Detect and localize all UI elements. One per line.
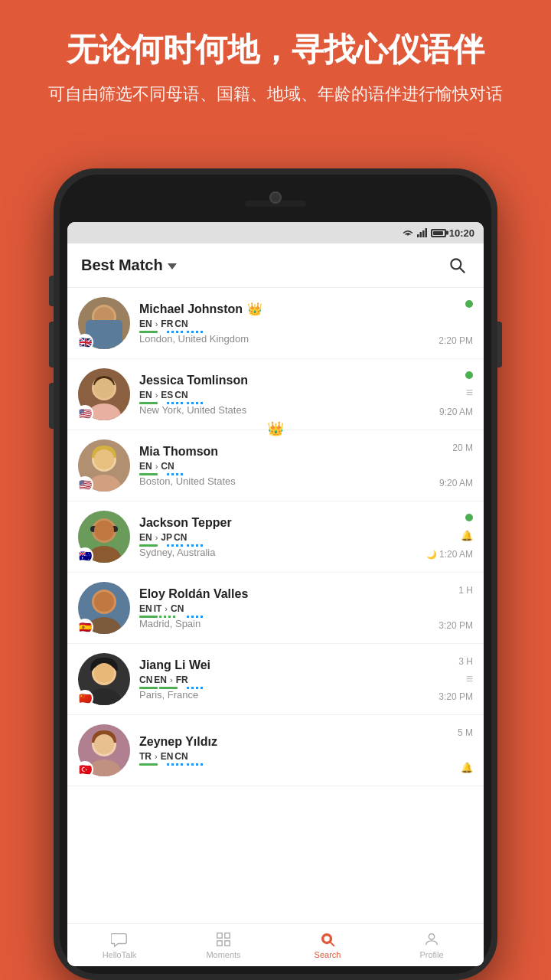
user-time: 3:20 PM (439, 620, 473, 631)
nav-item-profile[interactable]: Profile (380, 924, 484, 966)
lang-group: EN›JPCN (139, 532, 426, 547)
lang-label: EN (139, 390, 152, 400)
time-ago: 3 H (458, 656, 473, 667)
profile-icon (423, 931, 440, 948)
lang-labels: EN›CN (139, 461, 174, 472)
svg-rect-3 (425, 228, 427, 237)
user-info: Mia Thomson EN›CN Boston, United States (139, 445, 439, 487)
camera-lens (269, 191, 282, 204)
flag-badge: 🇪🇸 (77, 619, 93, 635)
user-time: 9:20 AM (439, 478, 473, 488)
svg-rect-1 (419, 232, 422, 237)
user-name-row: Jessica Tomlinson (139, 374, 439, 387)
lang-arrow: › (155, 462, 158, 471)
svg-line-43 (331, 942, 334, 946)
svg-point-18 (94, 449, 114, 469)
nav-label: HelloTalk (103, 950, 137, 959)
time-ago: 20 M (452, 443, 473, 453)
wifi-icon (402, 228, 414, 237)
menu-lines-icon: ≡ (466, 672, 473, 686)
svg-point-44 (429, 934, 434, 939)
status-icons: 10:20 (402, 227, 474, 239)
lang-label: EN (139, 532, 152, 543)
nav-item-moments[interactable]: Moments (171, 924, 276, 966)
lang-label: TR (139, 751, 152, 762)
user-time: 9:20 AM (439, 407, 473, 417)
flag-badge: 🇺🇸 (77, 476, 93, 493)
user-name: Michael Johnston (139, 302, 243, 316)
search-button[interactable] (445, 253, 470, 278)
user-info: Jessica Tomlinson EN›ESCN New York, Unit… (139, 374, 439, 416)
user-name-row: Jiang Li Wei (139, 658, 439, 672)
user-name-row: Mia Thomson (139, 445, 439, 459)
phone-screen: 10:20 Best Match (67, 222, 484, 966)
user-list-item[interactable]: 🇺🇸 Mia Thomson EN›CN Boston, United Stat… (67, 430, 484, 501)
lang-label: JP (161, 532, 172, 543)
flag-badge: 🇬🇧 (77, 334, 93, 351)
lang-group: CNEN›FR (139, 675, 439, 689)
avatar-wrapper: 🇬🇧 (78, 297, 130, 349)
user-time: 3:20 PM (439, 691, 473, 702)
lang-label: CN (171, 603, 184, 614)
bottom-nav: HelloTalk Moments Search Profile (67, 923, 484, 966)
lang-labels: EN›JPCN (139, 532, 187, 543)
user-location: Sydney, Australia (139, 547, 426, 558)
user-list-item[interactable]: 🇬🇧 Michael Johnston 👑 EN›FRCN London, Un… (67, 288, 484, 359)
header-title: 无论何时何地，寻找心仪语伴 (31, 31, 520, 69)
svg-point-23 (94, 521, 114, 541)
nav-item-hellotalk[interactable]: HelloTalk (67, 924, 171, 966)
hellotalk-icon (111, 931, 128, 948)
user-meta: 2:20 PM (439, 300, 473, 346)
lang-arrow: › (155, 390, 158, 400)
lang-group: ENIT›CN (139, 603, 439, 618)
flag-badge: 🇺🇸 (77, 405, 93, 422)
lang-labels: EN›ESCN (139, 390, 188, 400)
lang-labels: EN›FRCN (139, 318, 188, 329)
lang-group: EN›CN (139, 461, 439, 475)
signal-icon (417, 228, 428, 237)
user-time: 1:20 AM (439, 549, 473, 560)
user-location: London, United Kingdom (139, 333, 439, 345)
user-meta: 🔔 🌙1:20 AM (426, 514, 473, 560)
user-meta: ≡ 9:20 AM (439, 371, 473, 417)
user-list-item[interactable]: 🇪🇸 Eloy Roldán Valles ENIT›CN Madrid, Sp… (67, 573, 484, 644)
lang-label: CN (174, 390, 187, 400)
flag-badge: 🇹🇷 (77, 761, 93, 778)
svg-point-42 (324, 936, 329, 941)
vol-up-button (49, 276, 54, 306)
lang-group: EN›FRCN (139, 318, 439, 333)
app-header: Best Match (67, 243, 484, 288)
lang-bar-dashed (187, 763, 205, 766)
lang-arrow: › (170, 675, 173, 684)
crown-icon: 👑 (247, 302, 262, 316)
lang-label: CN (139, 675, 152, 685)
flag-badge: 🇨🇳 (77, 690, 93, 707)
avatar-wrapper: 🇺🇸 (78, 368, 130, 420)
user-info: Zeynep Yıldız TR›ENCN (139, 735, 458, 766)
nav-item-search[interactable]: Search (276, 924, 380, 966)
user-meta: 5 M 🔔 (458, 727, 473, 773)
best-match-label: Best Match (81, 256, 163, 274)
user-list-item[interactable]: 🇹🇷 Zeynep Yıldız TR›ENCN 5 M 🔔 (67, 715, 484, 786)
status-bar: 10:20 (67, 222, 484, 243)
lang-label: EN (139, 603, 152, 614)
online-indicator (465, 514, 473, 521)
avatar-wrapper: 🇺🇸 (78, 439, 130, 492)
user-list-item[interactable]: 🇺🇸 Jessica Tomlinson EN›ESCN New York, U… (67, 359, 484, 430)
lang-label: IT (154, 603, 162, 614)
user-meta: 3 H ≡ 3:20 PM (439, 656, 473, 702)
user-list-item[interactable]: 🇨🇳 Jiang Li Wei CNEN›FR Paris, France 3 … (67, 644, 484, 715)
moments-icon (215, 931, 232, 948)
user-list-item[interactable]: 🇦🇺 Jackson Tepper EN›JPCN Sydney, Austra… (67, 501, 484, 573)
avatar-wrapper: 🇦🇺 (78, 511, 130, 563)
lang-labels: TR›ENCN (139, 751, 188, 762)
user-location: New York, United States (139, 404, 439, 416)
lang-bar-dashed (167, 763, 185, 766)
user-name-row: Eloy Roldán Valles (139, 587, 439, 601)
user-list: 🇬🇧 Michael Johnston 👑 EN›FRCN London, Un… (67, 288, 484, 923)
lang-label: FR (161, 318, 173, 329)
best-match-dropdown[interactable]: Best Match (81, 256, 177, 274)
battery-icon (431, 229, 446, 237)
svg-rect-40 (225, 941, 230, 946)
nav-label: Moments (206, 950, 240, 959)
